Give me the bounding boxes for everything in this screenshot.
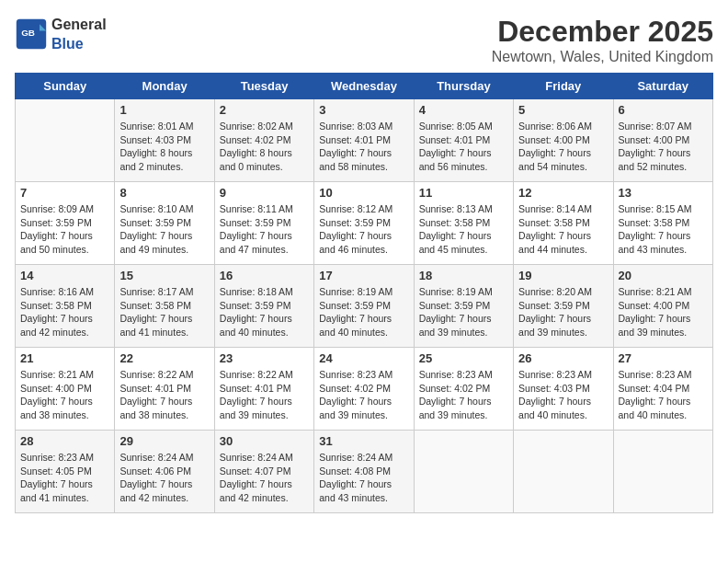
day-number: 18 [419, 269, 508, 282]
day-number: 6 [619, 103, 708, 117]
day-number: 19 [518, 269, 608, 282]
day-info: Sunrise: 8:05 AMSunset: 4:01 PMDaylight:… [419, 120, 508, 174]
day-number: 26 [518, 351, 608, 365]
day-info: Sunrise: 8:11 AMSunset: 3:59 PMDaylight:… [220, 202, 309, 257]
day-info: Sunrise: 8:02 AMSunset: 4:02 PMDaylight:… [220, 120, 309, 174]
day-number: 3 [319, 103, 408, 117]
calendar-cell: 29Sunrise: 8:24 AMSunset: 4:06 PMDayligh… [115, 431, 214, 513]
day-info: Sunrise: 8:12 AMSunset: 3:59 PMDaylight:… [319, 202, 408, 257]
day-info: Sunrise: 8:23 AMSunset: 4:02 PMDaylight:… [319, 368, 408, 422]
calendar-cell: 13Sunrise: 8:15 AMSunset: 3:58 PMDayligh… [613, 182, 712, 265]
day-info: Sunrise: 8:24 AMSunset: 4:07 PMDaylight:… [220, 451, 309, 505]
calendar-cell: 22Sunrise: 8:22 AMSunset: 4:01 PMDayligh… [115, 348, 214, 431]
logo-general: General [51, 17, 107, 32]
day-info: Sunrise: 8:22 AMSunset: 4:01 PMDaylight:… [220, 368, 309, 422]
calendar-cell: 7Sunrise: 8:09 AMSunset: 3:59 PMDaylight… [16, 182, 115, 265]
calendar-cell: 11Sunrise: 8:13 AMSunset: 3:58 PMDayligh… [414, 182, 513, 265]
calendar-cell: 1Sunrise: 8:01 AMSunset: 4:03 PMDaylight… [115, 99, 214, 182]
calendar-cell [514, 431, 613, 513]
calendar-cell: 16Sunrise: 8:18 AMSunset: 3:59 PMDayligh… [214, 265, 313, 348]
calendar-cell: 17Sunrise: 8:19 AMSunset: 3:59 PMDayligh… [314, 265, 414, 348]
calendar-cell [613, 431, 712, 513]
dow-monday: Monday [115, 74, 214, 99]
day-info: Sunrise: 8:18 AMSunset: 3:59 PMDaylight:… [220, 285, 309, 339]
calendar-cell: 12Sunrise: 8:14 AMSunset: 3:58 PMDayligh… [514, 182, 613, 265]
day-number: 23 [220, 351, 309, 365]
day-info: Sunrise: 8:14 AMSunset: 3:58 PMDaylight:… [518, 202, 608, 257]
logo: GB General Blue [15, 15, 107, 53]
week-row-1: 1Sunrise: 8:01 AMSunset: 4:03 PMDaylight… [16, 99, 713, 182]
day-info: Sunrise: 8:16 AMSunset: 3:58 PMDaylight:… [20, 285, 109, 339]
day-number: 10 [319, 186, 408, 200]
day-info: Sunrise: 8:19 AMSunset: 3:59 PMDaylight:… [419, 285, 508, 339]
calendar-cell [414, 431, 513, 513]
calendar-cell: 30Sunrise: 8:24 AMSunset: 4:07 PMDayligh… [214, 431, 313, 513]
day-info: Sunrise: 8:20 AMSunset: 3:59 PMDaylight:… [518, 285, 608, 339]
calendar-cell: 9Sunrise: 8:11 AMSunset: 3:59 PMDaylight… [214, 182, 313, 265]
dow-saturday: Saturday [613, 74, 712, 99]
days-of-week-header: SundayMondayTuesdayWednesdayThursdayFrid… [16, 74, 713, 99]
day-info: Sunrise: 8:24 AMSunset: 4:08 PMDaylight:… [319, 451, 408, 505]
day-number: 27 [619, 351, 708, 365]
day-number: 7 [20, 186, 109, 200]
day-info: Sunrise: 8:23 AMSunset: 4:04 PMDaylight:… [619, 368, 708, 422]
day-info: Sunrise: 8:22 AMSunset: 4:01 PMDaylight:… [119, 368, 209, 422]
calendar-cell [16, 99, 115, 182]
day-info: Sunrise: 8:23 AMSunset: 4:03 PMDaylight:… [518, 368, 608, 422]
dow-friday: Friday [514, 74, 613, 99]
dow-wednesday: Wednesday [314, 74, 414, 99]
day-number: 2 [220, 103, 309, 117]
dow-thursday: Thursday [414, 74, 513, 99]
day-info: Sunrise: 8:24 AMSunset: 4:06 PMDaylight:… [119, 451, 209, 505]
week-row-3: 14Sunrise: 8:16 AMSunset: 3:58 PMDayligh… [16, 265, 713, 348]
day-number: 14 [20, 269, 109, 282]
day-number: 21 [20, 351, 109, 365]
day-number: 22 [119, 351, 209, 365]
calendar-cell: 2Sunrise: 8:02 AMSunset: 4:02 PMDaylight… [214, 99, 313, 182]
logo-icon: GB [15, 17, 48, 51]
calendar-cell: 20Sunrise: 8:21 AMSunset: 4:00 PMDayligh… [613, 265, 712, 348]
calendar-cell: 5Sunrise: 8:06 AMSunset: 4:00 PMDaylight… [514, 99, 613, 182]
logo-blue: Blue [51, 36, 84, 52]
calendar-cell: 18Sunrise: 8:19 AMSunset: 3:59 PMDayligh… [414, 265, 513, 348]
month-title: December 2025 [492, 15, 713, 49]
day-info: Sunrise: 8:07 AMSunset: 4:00 PMDaylight:… [619, 120, 708, 174]
calendar-cell: 28Sunrise: 8:23 AMSunset: 4:05 PMDayligh… [16, 431, 115, 513]
day-number: 5 [518, 103, 608, 117]
calendar-body: 1Sunrise: 8:01 AMSunset: 4:03 PMDaylight… [16, 99, 713, 513]
day-number: 17 [319, 269, 408, 282]
day-info: Sunrise: 8:23 AMSunset: 4:02 PMDaylight:… [419, 368, 508, 422]
day-number: 29 [119, 434, 209, 448]
calendar-table: SundayMondayTuesdayWednesdayThursdayFrid… [15, 73, 713, 513]
calendar-cell: 19Sunrise: 8:20 AMSunset: 3:59 PMDayligh… [514, 265, 613, 348]
calendar-cell: 6Sunrise: 8:07 AMSunset: 4:00 PMDaylight… [613, 99, 712, 182]
day-number: 31 [319, 434, 408, 448]
day-info: Sunrise: 8:19 AMSunset: 3:59 PMDaylight:… [319, 285, 408, 339]
calendar-cell: 31Sunrise: 8:24 AMSunset: 4:08 PMDayligh… [314, 431, 414, 513]
day-info: Sunrise: 8:21 AMSunset: 4:00 PMDaylight:… [619, 285, 708, 339]
day-number: 25 [419, 351, 508, 365]
day-number: 24 [319, 351, 408, 365]
calendar-cell: 8Sunrise: 8:10 AMSunset: 3:59 PMDaylight… [115, 182, 214, 265]
day-number: 16 [220, 269, 309, 282]
day-number: 1 [119, 103, 209, 117]
day-number: 12 [518, 186, 608, 200]
day-number: 13 [619, 186, 708, 200]
day-info: Sunrise: 8:09 AMSunset: 3:59 PMDaylight:… [20, 202, 109, 257]
day-info: Sunrise: 8:06 AMSunset: 4:00 PMDaylight:… [518, 120, 608, 174]
calendar-cell: 4Sunrise: 8:05 AMSunset: 4:01 PMDaylight… [414, 99, 513, 182]
svg-text:GB: GB [21, 28, 35, 38]
calendar-cell: 27Sunrise: 8:23 AMSunset: 4:04 PMDayligh… [613, 348, 712, 431]
week-row-5: 28Sunrise: 8:23 AMSunset: 4:05 PMDayligh… [16, 431, 713, 513]
day-info: Sunrise: 8:15 AMSunset: 3:58 PMDaylight:… [619, 202, 708, 257]
day-number: 15 [119, 269, 209, 282]
day-number: 4 [419, 103, 508, 117]
calendar-cell: 25Sunrise: 8:23 AMSunset: 4:02 PMDayligh… [414, 348, 513, 431]
calendar-cell: 21Sunrise: 8:21 AMSunset: 4:00 PMDayligh… [16, 348, 115, 431]
day-info: Sunrise: 8:21 AMSunset: 4:00 PMDaylight:… [20, 368, 109, 422]
day-number: 28 [20, 434, 109, 448]
dow-tuesday: Tuesday [214, 74, 313, 99]
week-row-2: 7Sunrise: 8:09 AMSunset: 3:59 PMDaylight… [16, 182, 713, 265]
day-number: 30 [220, 434, 309, 448]
location-subtitle: Newtown, Wales, United Kingdom [492, 49, 713, 65]
